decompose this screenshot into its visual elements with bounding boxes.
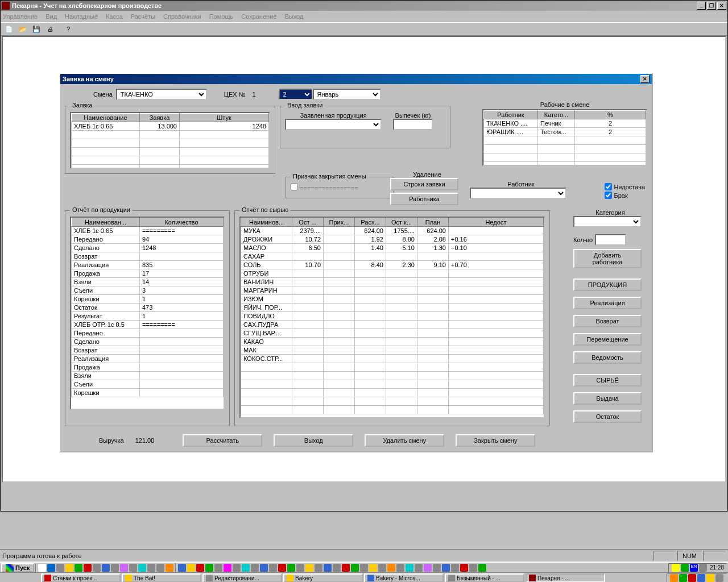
table-row[interactable]: Взяли xyxy=(72,372,224,380)
quick-launch-icon[interactable] xyxy=(129,564,137,572)
table-row[interactable]: Передано94 xyxy=(72,235,224,244)
ostatok-button[interactable]: Остаток xyxy=(573,410,642,423)
table-row[interactable]: Съели xyxy=(72,380,224,389)
month-select[interactable]: Январь xyxy=(313,89,381,100)
quick-launch-icon[interactable] xyxy=(75,564,82,572)
table-row[interactable]: Остаток473 xyxy=(72,304,224,312)
tray-icon[interactable] xyxy=(315,564,322,572)
menu-pomosh[interactable]: Помощь xyxy=(209,13,234,20)
vypechek-input[interactable] xyxy=(393,119,433,130)
brak-checkbox[interactable] xyxy=(605,192,612,199)
smena-select[interactable]: ТКАЧЕНКО xyxy=(116,89,207,100)
zayavka-table[interactable]: Наименование Заявка Штук ХЛЕБ 1с 0.6513.… xyxy=(70,112,270,169)
table-row[interactable]: Сделано xyxy=(72,338,224,346)
table-row[interactable]: Возврат xyxy=(72,346,224,355)
quick-launch-icon[interactable] xyxy=(93,564,101,572)
tray-icon[interactable] xyxy=(296,564,304,572)
new-icon[interactable]: 📄 xyxy=(3,23,15,35)
table-row[interactable]: Корешки xyxy=(72,389,224,397)
vedomost-button[interactable]: Ведомость xyxy=(573,351,642,364)
task-button[interactable]: Редактировани... xyxy=(202,573,282,582)
prod-report-table[interactable]: Наименован... Количество ХЛЕБ 1с 0.65===… xyxy=(70,217,225,410)
stroki-button[interactable]: Строки заявки xyxy=(390,178,458,190)
tray-icon[interactable] xyxy=(688,574,696,582)
kolvo-input[interactable] xyxy=(595,234,626,246)
calc-button[interactable]: Рассчитать xyxy=(183,434,262,447)
print-icon[interactable]: 🖨 xyxy=(44,23,56,35)
table-row[interactable]: Продажа17 xyxy=(72,269,224,278)
rabotnik-select[interactable] xyxy=(470,188,566,199)
syrie-button[interactable]: СЫРЬЁ xyxy=(573,374,642,386)
tray-icon[interactable] xyxy=(460,564,468,572)
quick-launch-icon[interactable] xyxy=(65,564,73,572)
rabotnika-button[interactable]: Работника xyxy=(390,193,458,205)
lang-icon[interactable]: EN xyxy=(690,564,698,572)
table-row[interactable]: ЯЙИЧ. ПОР... xyxy=(241,304,544,312)
tray-icon[interactable] xyxy=(251,564,259,572)
tray-icon[interactable] xyxy=(178,564,186,572)
tray-icon[interactable] xyxy=(242,564,250,572)
quick-launch-icon[interactable] xyxy=(111,564,119,572)
menu-spravochniki[interactable]: Справочники xyxy=(163,13,201,20)
minimize-button[interactable]: _ xyxy=(697,2,706,10)
table-row[interactable]: ХЛЕБ 1с 0.6513.0001248 xyxy=(72,122,269,131)
workers-table[interactable]: Работник Катего... % ТКАЧЕНКО ....Печник… xyxy=(482,109,647,166)
tray-icon[interactable] xyxy=(672,564,680,572)
tray-icon[interactable] xyxy=(396,564,404,572)
table-row[interactable]: Результат1 xyxy=(72,312,224,321)
menu-upravlenie[interactable]: Управление xyxy=(3,13,38,20)
tray-icon[interactable] xyxy=(478,564,486,572)
close-button[interactable]: ✕ xyxy=(717,2,726,10)
peremesh-button[interactable]: Перемещение xyxy=(573,333,642,346)
tray-icon[interactable] xyxy=(378,564,386,572)
table-row[interactable]: ДРОЖЖИ10.721.928.802.08+0.16 xyxy=(241,235,544,244)
table-row[interactable]: Реализация835 xyxy=(72,261,224,269)
priznak-checkbox[interactable] xyxy=(291,183,298,190)
tray-icon[interactable] xyxy=(679,574,687,582)
table-row[interactable]: Продажа xyxy=(72,363,224,372)
tray-icon[interactable] xyxy=(699,564,707,572)
table-row[interactable]: Съели3 xyxy=(72,286,224,295)
tray-icon[interactable] xyxy=(214,564,222,572)
maximize-button[interactable]: ❐ xyxy=(707,2,716,10)
table-row[interactable]: ХЛЕБ ОТР. 1с 0.5========= xyxy=(72,321,224,329)
table-row[interactable]: ВАНИЛИН xyxy=(241,278,544,286)
quick-launch-icon[interactable] xyxy=(156,564,164,572)
table-row[interactable]: Передано xyxy=(72,329,224,338)
table-row[interactable]: МАСЛО6.501.405.101.30−0.10 xyxy=(241,244,544,252)
menu-raschety[interactable]: Расчёты xyxy=(131,13,155,20)
menu-vid[interactable]: Вид xyxy=(46,13,57,20)
table-row[interactable]: САХ.ПУДРА xyxy=(241,321,544,329)
task-button[interactable]: Ставки к проек... xyxy=(41,573,121,582)
table-row[interactable]: Возврат xyxy=(72,252,224,261)
raw-report-table[interactable]: Наиминов... Ост ... Прих... Расх... Ост … xyxy=(239,217,545,418)
tray-icon[interactable] xyxy=(278,564,286,572)
quick-launch-icon[interactable] xyxy=(166,564,173,572)
tray-icon[interactable] xyxy=(351,564,359,572)
quick-launch-icon[interactable] xyxy=(56,564,64,572)
open-icon[interactable]: 📂 xyxy=(16,23,29,35)
tray-icon[interactable] xyxy=(424,564,432,572)
tray-icon[interactable] xyxy=(451,564,459,572)
tray-icon[interactable] xyxy=(260,564,268,572)
table-row[interactable]: САХАР xyxy=(241,252,544,261)
table-row[interactable]: Корешки1 xyxy=(72,295,224,304)
tray-icon[interactable] xyxy=(196,564,204,572)
task-button[interactable]: Пекарня - ... xyxy=(526,573,605,582)
tray-icon[interactable] xyxy=(469,564,477,572)
menu-kassa[interactable]: Касса xyxy=(106,13,123,20)
task-button[interactable]: Безымянный - ... xyxy=(445,573,524,582)
quick-launch-icon[interactable] xyxy=(120,564,128,572)
table-row[interactable]: Взяли14 xyxy=(72,278,224,286)
quick-launch-icon[interactable] xyxy=(84,564,92,572)
delete-shift-button[interactable]: Удалить смену xyxy=(365,434,444,447)
menu-sohranenie[interactable]: Сохранение xyxy=(241,13,276,20)
produkcia-button[interactable]: ПРОДУКЦИЯ xyxy=(573,278,642,291)
table-row[interactable]: МАК xyxy=(241,346,544,355)
table-row[interactable]: ПОВИДЛО xyxy=(241,312,544,321)
table-row[interactable]: ХЛЕБ 1с 0.65========= xyxy=(72,227,224,235)
vozvrat-button[interactable]: Возврат xyxy=(573,315,642,327)
table-row[interactable]: ЮРАЩИК ....Тестом...2 xyxy=(484,128,646,136)
tray-icon[interactable] xyxy=(697,574,705,582)
tray-icon[interactable] xyxy=(670,574,678,582)
